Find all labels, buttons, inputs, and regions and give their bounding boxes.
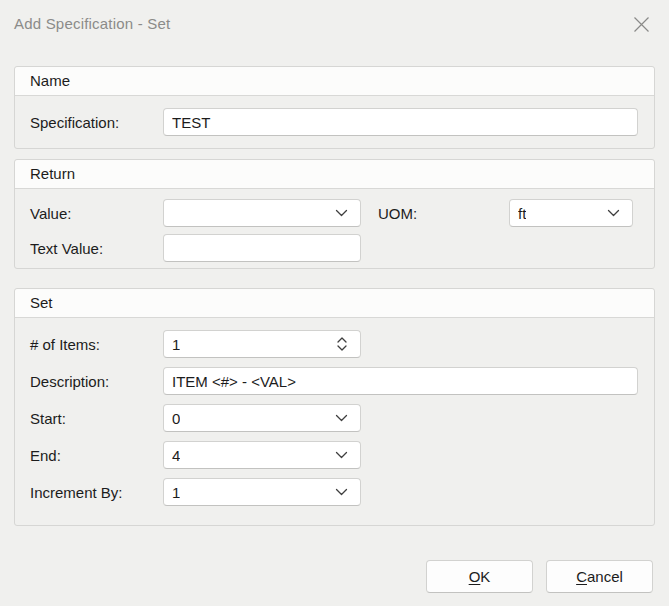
end-label: End: — [30, 447, 163, 464]
start-combobox[interactable]: 0 — [163, 404, 361, 432]
ok-button[interactable]: OK — [426, 560, 533, 593]
close-icon — [633, 16, 650, 33]
name-section-body: Specification: — [15, 96, 654, 148]
increment-by-row: Increment By: 1 — [30, 478, 638, 506]
set-section-body: # of Items: 1 Description: Start: 0 — [15, 318, 654, 525]
close-button[interactable] — [630, 13, 653, 36]
start-label: Start: — [30, 410, 163, 427]
specification-row: Specification: — [30, 108, 638, 136]
uom-label: UOM: — [361, 205, 509, 222]
chevron-down-icon — [335, 414, 348, 422]
end-combobox[interactable]: 4 — [163, 441, 361, 469]
cancel-button-label: ancel — [587, 568, 623, 585]
description-input[interactable] — [163, 367, 638, 395]
return-section: Return Value: UOM: ft T — [14, 159, 655, 269]
increment-by-label: Increment By: — [30, 484, 163, 501]
ok-button-mnemonic: O — [469, 568, 481, 585]
num-items-value: 1 — [172, 336, 180, 353]
name-section-header: Name — [15, 67, 654, 96]
name-section: Name Specification: — [14, 66, 655, 149]
uom-combobox[interactable]: ft — [509, 199, 633, 227]
titlebar: Add Specification - Set — [0, 0, 669, 66]
num-items-spinner[interactable]: 1 — [163, 330, 361, 358]
text-value-row: Text Value: — [30, 234, 638, 262]
set-section: Set # of Items: 1 Description: Start: — [14, 288, 655, 526]
return-section-header: Return — [15, 160, 654, 189]
start-combobox-value: 0 — [172, 410, 180, 427]
chevron-down-icon — [335, 209, 348, 217]
chevron-up-down-icon — [336, 336, 348, 352]
end-row: End: 4 — [30, 441, 638, 469]
cancel-button[interactable]: Cancel — [546, 560, 653, 593]
value-combobox[interactable] — [163, 199, 361, 227]
specification-input[interactable] — [163, 108, 638, 136]
description-label: Description: — [30, 373, 163, 390]
footer-button-row: OK Cancel — [426, 560, 653, 593]
uom-combobox-value: ft — [518, 205, 526, 222]
dialog-title: Add Specification - Set — [14, 13, 170, 32]
set-section-header: Set — [15, 289, 654, 318]
description-row: Description: — [30, 367, 638, 395]
specification-label: Specification: — [30, 114, 163, 131]
cancel-button-mnemonic: C — [576, 568, 587, 585]
chevron-down-icon — [335, 488, 348, 496]
chevron-down-icon — [335, 451, 348, 459]
return-section-body: Value: UOM: ft Text Value: — [15, 189, 654, 268]
chevron-down-icon — [607, 209, 620, 217]
ok-button-label: K — [480, 568, 490, 585]
text-value-label: Text Value: — [30, 240, 163, 257]
num-items-row: # of Items: 1 — [30, 330, 638, 358]
end-combobox-value: 4 — [172, 447, 180, 464]
value-label: Value: — [30, 205, 163, 222]
increment-by-combobox[interactable]: 1 — [163, 478, 361, 506]
add-specification-dialog: Add Specification - Set Name Specificati… — [0, 0, 669, 606]
num-items-label: # of Items: — [30, 336, 163, 353]
value-row: Value: UOM: ft — [30, 199, 638, 227]
text-value-input[interactable] — [163, 234, 361, 262]
start-row: Start: 0 — [30, 404, 638, 432]
increment-by-combobox-value: 1 — [172, 484, 180, 501]
